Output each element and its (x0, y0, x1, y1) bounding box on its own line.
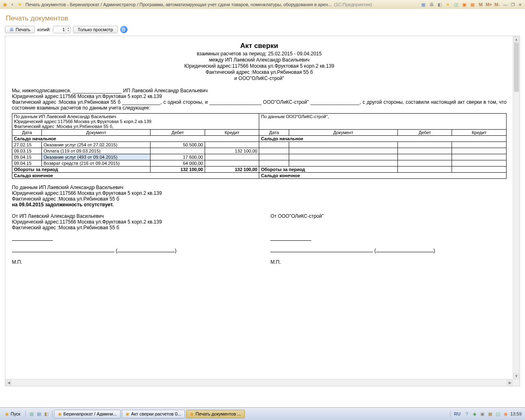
summary-line: Юридический адрес:117566 Москва ул.Фрукт… (12, 190, 507, 196)
sig-long-line (12, 252, 114, 252)
mminus-button[interactable]: M- (494, 1, 500, 8)
saldo-start-left: Сальдо начальное (12, 136, 259, 142)
print-button-label: Печать (16, 27, 30, 32)
sig-long-line (270, 252, 373, 252)
scroll-up-icon[interactable]: ▲ (513, 36, 520, 43)
titlebar: ◉ ▼ ★ Печать документов - Беринапрокат /… (0, 0, 525, 9)
print-button[interactable]: 🖶 Печать (5, 26, 35, 33)
tray-help-icon[interactable]: ? (463, 411, 470, 417)
spin-down-icon[interactable]: ▼ (66, 30, 70, 32)
favorite-icon[interactable]: ★ (445, 1, 451, 8)
right-header: По данным ООО"ОЛиКС-строй", (261, 114, 504, 119)
turnover-debit-r (397, 167, 452, 173)
preview-button-label: Только просмотр (78, 27, 113, 32)
tray-icon-2[interactable]: ◆ (471, 411, 478, 417)
tray-icon-5[interactable]: ◫ (495, 411, 501, 417)
quick-launch: ▥ ▤ ◧ (25, 411, 52, 417)
document-container: Акт сверки взаимных расчетов за период: … (5, 36, 520, 386)
copies-input[interactable] (53, 26, 66, 33)
scroll-corner (513, 379, 520, 386)
doc-paragraph: Мы, нижеподписавшиеся, _________________… (12, 88, 507, 111)
copies-spinner[interactable]: ▲▼ (53, 26, 71, 33)
copies-label: копий: (37, 27, 50, 32)
col-credit-r: Кредит (452, 130, 507, 136)
tool-icon-3[interactable]: ◧ (436, 1, 443, 8)
clock[interactable]: 13:59 (510, 411, 522, 417)
tray-icon-3[interactable]: ▣ (479, 411, 486, 417)
turnover-label: Обороты за период (12, 167, 151, 173)
table-row: Обороты за период 132 100,00 132 100,00 … (12, 167, 507, 173)
window-mode: (1С:Предприятие) (334, 2, 372, 7)
left-header: По данным ИП Лаевский Александр Васильев… (14, 114, 257, 119)
star-icon[interactable]: ★ (16, 1, 23, 8)
table-row[interactable]: 09.04.15Возврат средств (216 от 09.04.20… (12, 160, 507, 167)
dropdown-icon[interactable]: ▼ (9, 1, 16, 8)
tool-icon-5[interactable]: ◫ (453, 1, 459, 8)
sig-addr: Юридический адрес:117566 Москва ул.Фрукт… (12, 219, 240, 225)
saldo-end-left: Сальдо конечное (12, 173, 259, 179)
table-row[interactable]: 27.02.15Оказание услуг (254 от 27.02.201… (12, 142, 507, 148)
col-document: Документ (42, 130, 151, 136)
reconciliation-table: По данным ИП Лаевский Александр Васильев… (12, 113, 507, 179)
tray-icon-4[interactable]: ▦ (487, 411, 493, 417)
scroll-thumb[interactable] (514, 43, 519, 92)
col-document-r: Документ (289, 130, 397, 136)
col-debit-r: Дебет (397, 130, 452, 136)
taskbar-button[interactable]: ◉Акт сверки расчетов 0... (122, 410, 185, 418)
summary-line: Фактический адрес :Москва ул.Рябиновая 5… (12, 196, 507, 202)
signature-block: От ИП Лаевский Александр Васильевич Юрид… (12, 213, 507, 265)
content-area: Печать документов 🖶 Печать копий: ▲▼ Тол… (0, 9, 525, 408)
turnover-label-r: Обороты за период (259, 167, 397, 173)
scroll-right-icon[interactable]: ▶ (507, 379, 513, 386)
task-label: Беринапрокат / Админи... (64, 411, 117, 416)
vertical-scrollbar[interactable]: ▲ ▼ (513, 36, 520, 379)
table-row[interactable]: 09.04.15Оказание услуг (493 от 09.04.201… (12, 154, 507, 160)
left-addr1: Юридический адрес:117566 Москва ул.Фрукт… (14, 119, 257, 124)
saldo-end-right: Сальдо конечное (259, 173, 507, 179)
para-line-1: Мы, нижеподписавшиеся, _________________… (12, 88, 507, 94)
mp-left: М.П. (12, 259, 240, 265)
start-button[interactable]: ◉ Пуск (2, 411, 24, 418)
ql-icon-2[interactable]: ▤ (36, 411, 42, 417)
document-page: Акт сверки взаимных расчетов за период: … (5, 36, 513, 379)
col-credit: Кредит (205, 130, 259, 136)
sig-addr: Фактический адрес :Москва ул.Рябиновая 5… (12, 225, 240, 231)
toolbar: 🖶 Печать копий: ▲▼ Только просмотр @ (5, 26, 520, 33)
sig-from-right: От ООО"ОЛиКС-строй" (270, 213, 498, 219)
left-addr2: Фактический адрес :Москва ул.Рябиновая 5… (14, 124, 257, 129)
ql-icon-1[interactable]: ▥ (28, 411, 35, 417)
table-row: Сальдо конечное Сальдо конечное (12, 173, 507, 179)
table-row[interactable]: 09.03.15Оплата (119 от 09.03.2015)132 10… (12, 148, 507, 154)
calendar-icon[interactable]: ▦ (469, 1, 476, 8)
doc-subtitle-3: Юридический адрес:117566 Москва ул.Фрукт… (12, 63, 507, 69)
turnover-credit: 132 100,00 (205, 167, 259, 173)
spin-up-icon[interactable]: ▲ (66, 27, 70, 30)
horizontal-scrollbar[interactable]: ◀ ▶ (5, 379, 513, 386)
app-icon: ◉ (2, 1, 8, 8)
m-button[interactable]: M (477, 1, 484, 8)
language-indicator[interactable]: RU (452, 411, 462, 417)
at-icon[interactable]: @ (120, 26, 128, 33)
tool-icon-6[interactable]: ▣ (461, 1, 468, 8)
mplus-button[interactable]: M+ (486, 1, 492, 8)
mp-right: М.П. (270, 259, 498, 265)
close-button[interactable]: ✕ (517, 2, 523, 7)
tray-icon-6[interactable]: ◉ (502, 411, 509, 417)
preview-button[interactable]: Только просмотр (73, 26, 117, 33)
taskbar-button[interactable]: ◉Печать документов ... (186, 410, 245, 418)
doc-subtitle-2: между ИП Лаевский Александр Васильевич (12, 57, 507, 63)
sig-short-line (270, 240, 311, 241)
sig-name-line (376, 252, 434, 252)
maximize-button[interactable]: ❐ (509, 2, 516, 7)
print-icon[interactable]: 🖶 (428, 1, 435, 8)
para-line-2: Юридический адрес:117566 Москва ул.Фрукт… (12, 94, 507, 99)
tool-icon-1[interactable]: ▦ (420, 1, 427, 8)
ql-icon-3[interactable]: ◧ (43, 411, 50, 417)
taskbar-button[interactable]: ◉Беринапрокат / Админи... (54, 410, 121, 418)
minimize-button[interactable]: — (502, 2, 509, 7)
scroll-down-icon[interactable]: ▼ (513, 373, 520, 379)
task-icon: ◉ (190, 411, 194, 417)
col-date: Дата (12, 130, 42, 136)
scroll-left-icon[interactable]: ◀ (5, 379, 12, 386)
table-row: Сальдо начальное Сальдо начальное (12, 136, 507, 142)
